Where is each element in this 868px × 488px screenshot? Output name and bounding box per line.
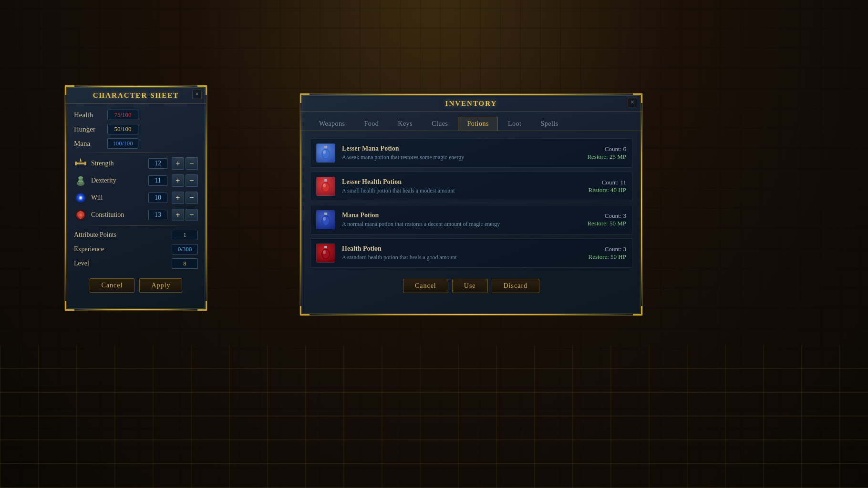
mana-potion-desc: A normal mana potion that restores a dec… [342,221,587,228]
will-row: Will 10 + − [74,191,198,204]
mana-potion-count: Count: 3 [587,212,626,220]
inventory-item-list: Lesser Mana Potion A weak mana potion th… [300,131,642,279]
divider-1 [74,152,198,153]
svg-rect-15 [324,146,327,148]
corner-tl [65,85,74,95]
svg-rect-23 [324,213,327,215]
tab-loot[interactable]: Loot [499,117,530,131]
mana-potion-restore: Restore: 50 MP [587,220,626,227]
char-sheet-buttons: Cancel Apply [65,278,207,299]
inv-border-bottom [310,314,632,315]
inv-corner-br [633,306,642,315]
inventory-close[interactable]: × [628,98,637,107]
svg-point-18 [323,150,326,154]
health-potion-stats: Count: 3 Restore: 50 HP [589,245,626,261]
lesser-mana-potion-icon [316,143,335,163]
tab-food[interactable]: Food [355,117,388,131]
svg-point-30 [323,250,326,254]
hunger-label: Hunger [74,125,107,133]
inventory-panel: INVENTORY × Weapons Food Keys Clues Poti… [300,93,643,316]
will-plus-button[interactable]: + [172,192,184,204]
tab-clues[interactable]: Clues [423,117,457,131]
lesser-health-potion-stats: Count: 11 Restore: 40 HP [589,179,626,194]
svg-point-22 [323,183,326,187]
tab-spells[interactable]: Spells [531,117,567,131]
lesser-mana-potion-count: Count: 6 [587,145,626,153]
attr-points-value: 1 [172,230,198,240]
will-value: 10 [148,193,167,203]
char-sheet-content: Health 75/100 Hunger 50/100 Mana 100/100 [65,104,207,278]
level-label: Level [74,260,172,267]
attr-points-row: Attribute Points 1 [74,230,198,240]
health-value: 75/100 [107,110,138,120]
item-lesser-health-potion[interactable]: Lesser Health Potion A small health poti… [310,172,632,201]
constitution-icon [74,208,87,222]
svg-rect-7 [78,181,83,182]
lesser-health-potion-restore: Restore: 40 HP [589,186,626,194]
mana-row: Mana 100/100 [74,138,198,149]
lesser-mana-potion-restore: Restore: 25 MP [587,153,626,161]
constitution-plus-button[interactable]: + [172,209,184,221]
item-health-potion[interactable]: Health Potion A standard health potion t… [310,238,632,268]
border-top [75,86,197,87]
svg-rect-19 [324,179,327,182]
will-label: Will [91,194,148,202]
health-potion-icon [316,244,335,263]
svg-rect-1 [75,162,77,165]
strength-minus-button[interactable]: − [186,157,198,170]
char-apply-button[interactable]: Apply [139,278,182,293]
lesser-health-potion-info: Lesser Health Potion A small health poti… [342,178,589,194]
constitution-value: 13 [148,210,167,220]
will-minus-button[interactable]: − [186,192,198,204]
item-lesser-mana-potion[interactable]: Lesser Mana Potion A weak mana potion th… [310,138,632,168]
strength-plus-button[interactable]: + [172,157,184,170]
inventory-tab-bar: Weapons Food Keys Clues Potions Loot Spe… [300,112,642,131]
corner-bl [65,301,74,311]
divider-2 [74,225,198,226]
dexterity-value: 11 [148,175,167,186]
hunger-row: Hunger 50/100 [74,124,198,134]
dexterity-label: Dexterity [91,177,148,184]
border-bottom [75,309,197,310]
mana-potion-name: Mana Potion [342,212,587,219]
lesser-health-potion-icon [316,177,335,196]
dexterity-plus-button[interactable]: + [172,174,184,187]
corner-br [197,301,207,311]
lesser-health-potion-name: Lesser Health Potion [342,178,589,186]
health-row: Health 75/100 [74,110,198,120]
health-potion-name: Health Potion [342,245,589,253]
svg-marker-3 [80,158,82,162]
char-sheet-close[interactable]: × [192,90,202,99]
inv-corner-tl [300,93,310,103]
inv-border-left [300,103,301,305]
char-sheet-title: CHARACTER SHEET [65,86,207,104]
dexterity-icon [74,174,87,187]
constitution-minus-button[interactable]: − [186,209,198,221]
svg-rect-0 [76,163,85,164]
constitution-label: Constitution [91,211,148,219]
inv-cancel-button[interactable]: Cancel [403,279,448,293]
dexterity-minus-button[interactable]: − [186,174,198,187]
constitution-row: Constitution 13 + − [74,208,198,222]
will-icon [74,191,87,204]
inventory-buttons: Cancel Use Discard [300,279,642,300]
experience-label: Experience [74,245,172,253]
lesser-health-potion-desc: A small health potion that heals a modes… [342,187,589,194]
lesser-health-potion-count: Count: 11 [589,179,626,186]
item-mana-potion[interactable]: Mana Potion A normal mana potion that re… [310,205,632,234]
svg-point-6 [78,176,83,179]
inv-use-button[interactable]: Use [452,279,488,293]
border-left [65,95,66,301]
char-cancel-button[interactable]: Cancel [90,278,135,293]
tab-keys[interactable]: Keys [389,117,422,131]
level-row: Level 8 [74,258,198,269]
tab-potions[interactable]: Potions [458,117,498,131]
lesser-mana-potion-stats: Count: 6 Restore: 25 MP [587,145,626,161]
experience-value: 0/300 [172,244,198,254]
attr-points-label: Attribute Points [74,231,172,239]
inv-discard-button[interactable]: Discard [492,279,540,293]
strength-icon [74,157,87,170]
hunger-value: 50/100 [107,124,138,134]
mana-value: 100/100 [107,138,138,149]
tab-weapons[interactable]: Weapons [310,117,354,131]
